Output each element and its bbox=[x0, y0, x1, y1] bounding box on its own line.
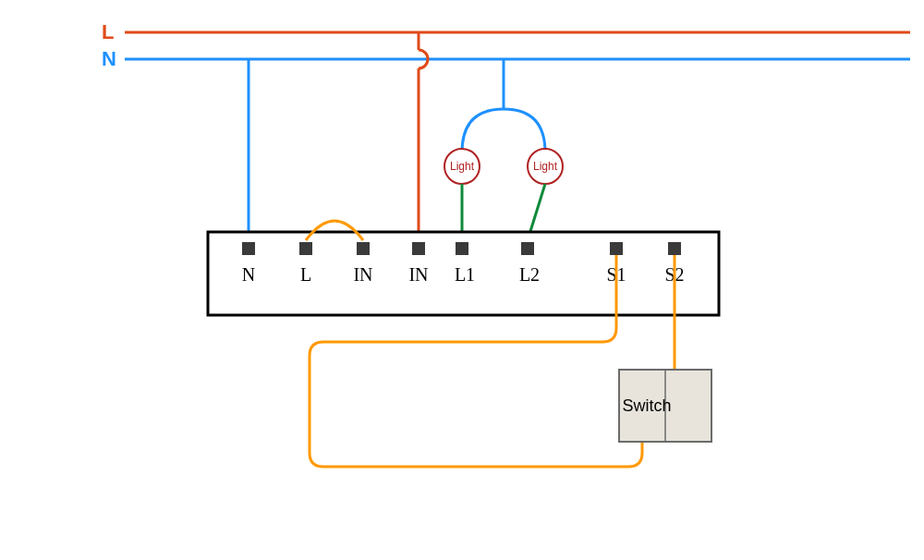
neutral-bus: N bbox=[102, 47, 910, 70]
terminal-label-l: L bbox=[300, 264, 311, 285]
terminal-in2 bbox=[412, 242, 425, 255]
switch-label: Switch bbox=[622, 396, 671, 415]
terminal-l2 bbox=[521, 242, 534, 255]
terminal-labels: N L IN IN L1 L2 S1 S2 bbox=[242, 264, 685, 285]
terminal-l1 bbox=[456, 242, 468, 255]
light-left-label: Light bbox=[450, 160, 475, 173]
live-drop-wire bbox=[419, 32, 428, 240]
terminal-label-l2: L2 bbox=[519, 264, 540, 285]
neutral-to-lights-wire bbox=[462, 59, 545, 152]
terminal-in1 bbox=[357, 242, 370, 255]
live-bus-label: L bbox=[102, 20, 114, 43]
terminal-l bbox=[299, 242, 312, 255]
wiring-diagram: L N Light Light bbox=[0, 0, 924, 560]
terminal-label-in1: IN bbox=[353, 264, 372, 285]
light-left: Light bbox=[444, 149, 480, 184]
wall-switch[interactable]: Switch bbox=[619, 370, 711, 442]
terminal-n bbox=[242, 242, 255, 255]
light-right-label: Light bbox=[533, 160, 558, 173]
terminal-row bbox=[242, 242, 681, 255]
light-right: Light bbox=[528, 149, 563, 184]
terminal-label-l1: L1 bbox=[455, 264, 475, 285]
terminal-label-in2: IN bbox=[408, 264, 428, 285]
terminal-label-n: N bbox=[242, 264, 255, 285]
terminal-s1 bbox=[610, 242, 623, 255]
live-bus: L bbox=[102, 20, 910, 43]
terminal-s2 bbox=[668, 242, 681, 255]
neutral-bus-label: N bbox=[102, 47, 116, 70]
